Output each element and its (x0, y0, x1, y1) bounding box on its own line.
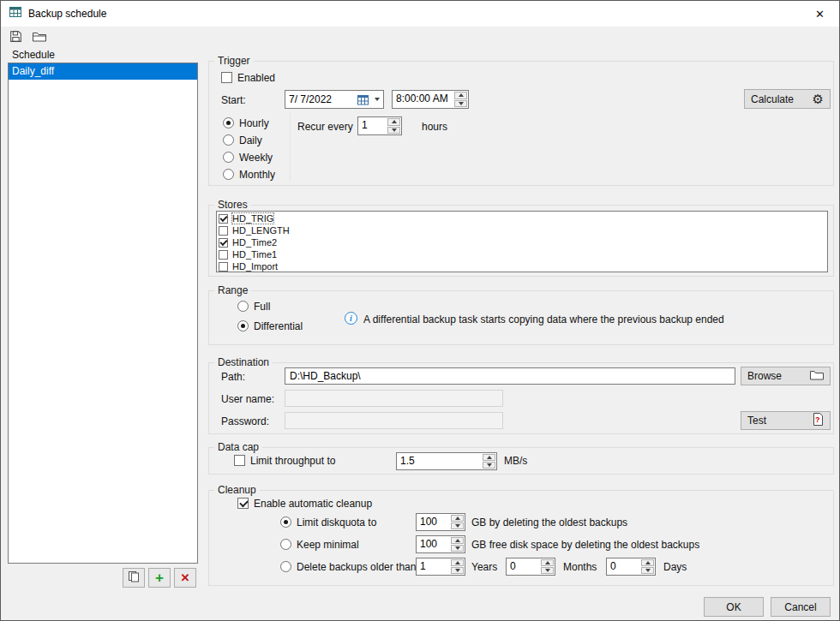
test-button[interactable]: Test ? (741, 411, 831, 430)
enabled-checkbox[interactable] (221, 72, 232, 83)
store-row: HD_TRIG (219, 212, 825, 224)
older-years-value[interactable]: 1 (417, 558, 450, 575)
store-checkbox[interactable] (219, 250, 228, 260)
throughput-spin-up-button[interactable] (483, 454, 495, 461)
schedule-list-item[interactable]: Daily_diff (9, 63, 197, 80)
months-label: Months (563, 561, 597, 573)
enabled-label[interactable]: Enabled (237, 72, 275, 84)
recur-every-stepper[interactable]: 1 (357, 116, 402, 135)
browse-button[interactable]: Browse (741, 367, 831, 385)
delete-schedule-button[interactable]: ✕ (174, 568, 196, 588)
diskquota-value[interactable]: 100 (417, 514, 450, 530)
calculate-button[interactable]: Calculate ⚙ (744, 89, 831, 109)
older-months-value[interactable]: 0 (507, 558, 540, 575)
window-title: Backup schedule (28, 8, 106, 20)
trigger-group: Trigger Enabled Start: 7/ 7/2022 8:00:00… (208, 61, 834, 186)
frequency-radio-weekly[interactable] (223, 152, 234, 163)
open-button[interactable] (29, 28, 50, 47)
cancel-button[interactable]: Cancel (771, 597, 831, 617)
enable-cleanup-checkbox[interactable] (237, 498, 249, 509)
older-months-spin-up-button[interactable] (541, 559, 554, 566)
range-label-full[interactable]: Full (254, 301, 270, 313)
keep-minimal-spin-down-button[interactable] (451, 545, 464, 552)
start-time-picker[interactable]: 8:00:00 AM (392, 90, 469, 109)
diskquota-spin-down-button[interactable] (451, 522, 464, 529)
store-checkbox[interactable] (219, 238, 228, 248)
cleanup-radio-older-than[interactable] (280, 561, 291, 572)
store-name[interactable]: HD_Time2 (232, 237, 277, 248)
keep-minimal-stepper[interactable]: 100 (416, 535, 465, 553)
throughput-stepper[interactable]: 1.5 (396, 452, 497, 470)
older-months-stepper[interactable]: 0 (506, 558, 555, 576)
older-years-spin-up-button[interactable] (451, 559, 464, 566)
path-field[interactable]: D:\HD_Backup\ (285, 367, 735, 385)
older-days-value[interactable]: 0 (607, 558, 640, 575)
range-info-text: A differential backup task starts copyin… (363, 313, 724, 325)
store-row: HD_Time1 (219, 248, 825, 260)
username-label: User name: (221, 393, 274, 405)
older-months-spin-down-button[interactable] (541, 567, 554, 574)
frequency-radio-daily[interactable] (223, 134, 234, 146)
older-days-spin-down-button[interactable] (641, 567, 654, 574)
username-field (285, 390, 503, 407)
older-years-stepper[interactable]: 1 (416, 558, 465, 576)
throughput-value[interactable]: 1.5 (397, 453, 482, 469)
older-years-spin-down-button[interactable] (451, 567, 464, 574)
older-days-stepper[interactable]: 0 (606, 558, 656, 576)
keep-minimal-value[interactable]: 100 (417, 536, 450, 552)
recur-spin-down-button[interactable] (387, 127, 400, 134)
ok-button[interactable]: OK (704, 597, 764, 617)
enable-cleanup-label[interactable]: Enable automatic cleanup (254, 498, 372, 510)
trigger-divider (290, 113, 291, 182)
time-spin-down-button[interactable] (454, 100, 467, 108)
older-days-spin-up-button[interactable] (641, 559, 654, 566)
start-date-picker[interactable]: 7/ 7/2022 (285, 90, 384, 109)
store-name[interactable]: HD_Import (232, 261, 278, 272)
range-label-differential[interactable]: Differential (254, 320, 303, 332)
titlebar: Backup schedule ✕ (1, 1, 839, 27)
trigger-group-label: Trigger (214, 55, 254, 67)
cleanup-label-diskquota[interactable]: Limit diskquota to (297, 517, 376, 528)
date-dropdown-button[interactable] (370, 91, 383, 108)
destination-group: Destination Path: D:\HD_Backup\ Browse U… (208, 362, 834, 434)
store-name[interactable]: HD_LENGTH (232, 225, 290, 236)
close-button[interactable]: ✕ (801, 1, 839, 27)
diskquota-spin-up-button[interactable] (451, 515, 464, 522)
frequency-label-daily[interactable]: Daily (239, 134, 262, 146)
copy-schedule-button[interactable] (123, 568, 145, 588)
cleanup-label-older-than[interactable]: Delete backups older than (297, 561, 416, 573)
store-checkbox[interactable] (219, 214, 228, 224)
limit-throughput-label[interactable]: Limit throughput to (250, 455, 335, 467)
limit-throughput-checkbox[interactable] (234, 455, 245, 466)
time-spin-up-button[interactable] (454, 92, 467, 99)
diskquota-stepper[interactable]: 100 (416, 513, 465, 531)
save-button[interactable] (5, 28, 26, 47)
frequency-label-monthly[interactable]: Monthly (239, 169, 275, 181)
keep-minimal-spin-up-button[interactable] (451, 537, 464, 544)
start-date-value[interactable]: 7/ 7/2022 (285, 93, 355, 105)
recur-spin-up-button[interactable] (387, 118, 400, 126)
store-checkbox[interactable] (219, 226, 228, 236)
cleanup-radio-diskquota[interactable] (280, 517, 291, 528)
frequency-label-weekly[interactable]: Weekly (239, 152, 273, 164)
recur-every-value[interactable]: 1 (358, 117, 387, 134)
calculate-label: Calculate (751, 93, 794, 105)
copy-pages-icon (128, 570, 140, 586)
range-group: Range Full Differential i A differential… (208, 290, 834, 345)
range-radio-differential[interactable] (237, 320, 249, 331)
frequency-radio-hourly[interactable] (223, 117, 234, 128)
start-time-value[interactable]: 8:00:00 AM (393, 91, 453, 108)
frequency-label-hourly[interactable]: Hourly (239, 117, 269, 129)
throughput-spin-down-button[interactable] (483, 462, 495, 469)
cleanup-radio-keep-minimal[interactable] (280, 539, 291, 550)
cleanup-group-label: Cleanup (214, 484, 260, 496)
svg-text:?: ? (815, 415, 820, 424)
store-name[interactable]: HD_Time1 (232, 249, 277, 260)
range-radio-full[interactable] (237, 301, 249, 312)
frequency-radio-monthly[interactable] (223, 169, 234, 180)
store-name[interactable]: HD_TRIG (232, 213, 273, 224)
store-checkbox[interactable] (219, 262, 228, 272)
add-schedule-button[interactable]: + (148, 568, 171, 588)
cleanup-label-keep-minimal[interactable]: Keep minimal (297, 539, 359, 551)
recur-every-label: Recur every (297, 121, 353, 133)
